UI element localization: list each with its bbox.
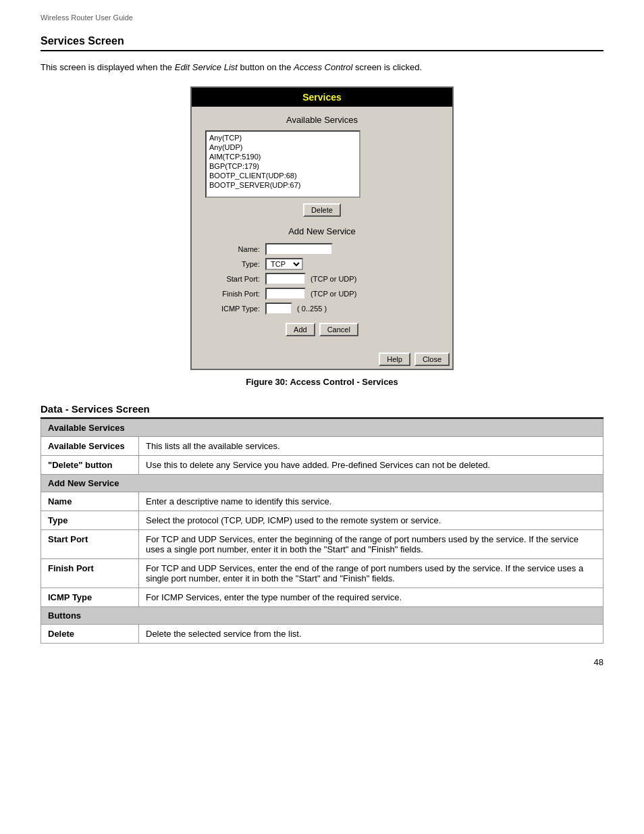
help-button[interactable]: Help (379, 353, 410, 366)
icmp-type-row: ICMP Type: ( 0..255 ) (205, 301, 439, 316)
table-label-cell: Type (41, 511, 139, 529)
table-row: Start PortFor TCP and UDP Services, ente… (41, 529, 603, 558)
table-desc-cell: This lists all the available services. (139, 436, 603, 455)
page-header: Wireless Router User Guide (41, 14, 603, 22)
services-listbox[interactable]: Any(TCP) Any(UDP) AIM(TCP:5190) BGP(TCP:… (205, 130, 360, 198)
data-section-heading: Data - Services Screen (41, 403, 603, 419)
table-section-row: Available Services (41, 419, 603, 436)
finish-port-row: Finish Port: (TCP or UDP) (205, 286, 439, 301)
services-dialog: Services Available Services Any(TCP) Any… (190, 86, 454, 370)
section-heading-text: Services Screen (41, 35, 124, 47)
dialog-title-bar: Services (192, 88, 452, 107)
start-port-input[interactable] (265, 273, 306, 285)
list-item[interactable]: BOOTP_CLIENT(UDP:68) (208, 171, 358, 180)
header-title: Wireless Router User Guide (41, 14, 133, 22)
table-row: TypeSelect the protocol (TCP, UDP, ICMP)… (41, 511, 603, 529)
table-label-cell: Name (41, 492, 139, 511)
table-desc-cell: Delete the selected service from the lis… (139, 624, 603, 643)
add-cancel-row: Add Cancel (205, 323, 439, 336)
table-desc-cell: Use this to delete any Service you have … (139, 455, 603, 474)
name-label: Name: (205, 242, 263, 257)
table-label-cell: Finish Port (41, 558, 139, 588)
table-row: NameEnter a descriptive name to identify… (41, 492, 603, 511)
page-number: 48 (41, 657, 603, 667)
list-item[interactable]: Any(TCP) (208, 133, 358, 142)
cancel-button[interactable]: Cancel (319, 323, 358, 336)
table-row: Finish PortFor TCP and UDP Services, ent… (41, 558, 603, 588)
figure-caption: Figure 30: Access Control - Services (41, 377, 603, 387)
table-row: "Delete" buttonUse this to delete any Se… (41, 455, 603, 474)
type-select[interactable]: TCP UDP ICMP (265, 258, 303, 270)
add-button[interactable]: Add (286, 323, 315, 336)
table-desc-cell: Enter a descriptive name to identify thi… (139, 492, 603, 511)
table-label-cell: Start Port (41, 529, 139, 558)
dialog-wrapper: Services Available Services Any(TCP) Any… (41, 86, 603, 370)
finish-port-input[interactable] (265, 288, 306, 300)
delete-btn-row: Delete (205, 203, 439, 217)
start-port-hint: (TCP or UDP) (311, 275, 356, 283)
icmp-type-hint: ( 0..255 ) (297, 305, 327, 313)
name-input[interactable] (265, 243, 333, 255)
table-desc-cell: For ICMP Services, enter the type number… (139, 588, 603, 606)
table-desc-cell: For TCP and UDP Services, enter the end … (139, 558, 603, 588)
table-row: ICMP TypeFor ICMP Services, enter the ty… (41, 588, 603, 606)
table-desc-cell: Select the protocol (TCP, UDP, ICMP) use… (139, 511, 603, 529)
start-port-row: Start Port: (TCP or UDP) (205, 271, 439, 286)
add-service-form: Name: Type: TCP UDP ICMP (205, 242, 439, 316)
close-button[interactable]: Close (414, 353, 450, 366)
icmp-type-label: ICMP Type: (205, 301, 263, 316)
table-section-row: Buttons (41, 606, 603, 624)
intro-paragraph: This screen is displayed when the Edit S… (41, 61, 603, 74)
list-item[interactable]: Any(UDP) (208, 142, 358, 152)
available-services-label: Available Services (205, 115, 439, 125)
list-item[interactable]: BGP(TCP:179) (208, 161, 358, 171)
section-heading: Services Screen (41, 35, 603, 51)
icmp-type-input[interactable] (265, 303, 292, 315)
data-table: Available ServicesAvailable ServicesThis… (41, 419, 603, 644)
add-new-service-label: Add New Service (205, 226, 439, 236)
table-label-cell: Available Services (41, 436, 139, 455)
table-desc-cell: For TCP and UDP Services, enter the begi… (139, 529, 603, 558)
start-port-label: Start Port: (205, 271, 263, 286)
list-item[interactable]: BOOTP_SERVER(UDP:67) (208, 180, 358, 190)
dialog-body: Available Services Any(TCP) Any(UDP) AIM… (192, 107, 452, 346)
table-label-cell: "Delete" button (41, 455, 139, 474)
table-row: DeleteDelete the selected service from t… (41, 624, 603, 643)
listbox-container: Any(TCP) Any(UDP) AIM(TCP:5190) BGP(TCP:… (205, 130, 439, 198)
help-close-row: Help Close (192, 353, 452, 369)
type-row: Type: TCP UDP ICMP (205, 257, 439, 271)
dialog-title: Services (302, 92, 342, 103)
table-label-cell: Delete (41, 624, 139, 643)
table-section-row: Add New Service (41, 474, 603, 492)
delete-button[interactable]: Delete (303, 203, 341, 217)
type-label: Type: (205, 257, 263, 271)
finish-port-label: Finish Port: (205, 286, 263, 301)
finish-port-hint: (TCP or UDP) (311, 290, 356, 298)
name-row: Name: (205, 242, 439, 257)
table-label-cell: ICMP Type (41, 588, 139, 606)
table-row: Available ServicesThis lists all the ava… (41, 436, 603, 455)
list-item[interactable]: AIM(TCP:5190) (208, 152, 358, 161)
